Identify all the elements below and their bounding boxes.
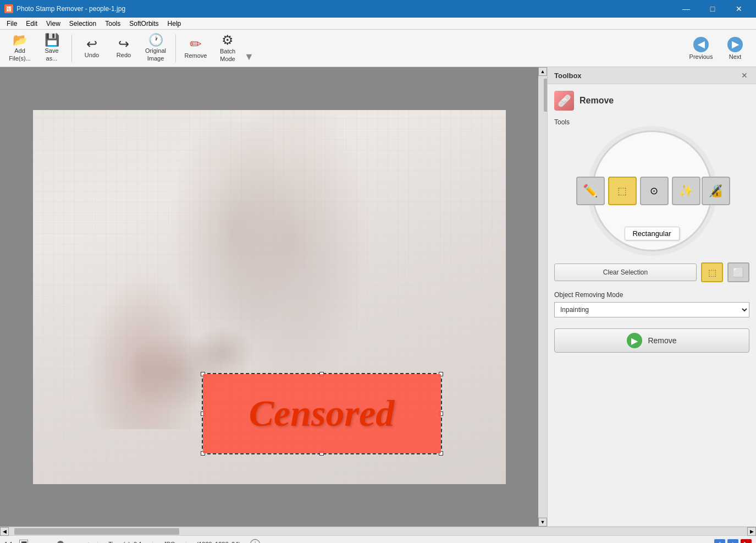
separator-1 (71, 35, 72, 62)
censored-stamp: Censored (203, 374, 441, 453)
go-arrow-icon: ▶ (631, 336, 638, 346)
menu-bar: File Edit View Selection Tools SoftOrbit… (0, 18, 756, 30)
remove-action-icon: ▶ (627, 333, 642, 348)
tools-circle-container: ✏️ ⬚ ⊙ ✨ 🔏 (592, 130, 713, 251)
status-bar: 1:1 ⬛ − + | Time (s): 0.1 | JPG | (1920x… (0, 535, 756, 543)
save-as-button[interactable]: 💾 Saveas... (36, 32, 67, 65)
body-silhouette (143, 121, 308, 396)
horizontal-scrollbar[interactable]: ◀ ▶ (0, 526, 756, 535)
app-icon: 🖼 (4, 4, 13, 13)
rectangular-icon: ⬚ (617, 185, 627, 197)
add-files-icon: 📂 (13, 34, 27, 46)
canvas-content: Censored (0, 67, 538, 526)
maximize-button[interactable]: □ (700, 0, 725, 18)
undo-button[interactable]: ↩ Undo (76, 32, 107, 65)
selection-mode-button-1[interactable]: ⬚ (701, 262, 723, 282)
save-as-label: Saveas... (45, 47, 58, 62)
canvas-image[interactable]: Censored (33, 110, 506, 484)
scroll-up-arrow[interactable]: ▲ (538, 67, 547, 76)
subtract-selection-icon: ⬜ (733, 267, 744, 278)
previous-label: Previous (689, 53, 713, 60)
time-status: Time (s): 0.1 (105, 541, 145, 544)
zoom-plus-icon[interactable]: + (87, 541, 90, 544)
separator-2 (175, 35, 176, 62)
censored-text: Censored (249, 392, 394, 435)
original-image-label: OriginalImage (145, 47, 166, 62)
toolbox-title: Toolbox (554, 72, 582, 80)
save-as-icon: 💾 (45, 34, 59, 46)
menu-tools[interactable]: Tools (101, 19, 125, 29)
toolbox-panel: Toolbox ✕ 🩹 Remove Tools ✏️ (547, 67, 756, 526)
lasso-tool-button[interactable]: ⊙ (640, 177, 669, 205)
remove-label: Remove (185, 52, 207, 59)
remove-toolbar-icon: ✏ (190, 37, 202, 51)
batch-mode-button[interactable]: ⚙ BatchMode (212, 32, 243, 65)
remove-button[interactable]: ✏ Remove (180, 32, 211, 65)
previous-icon: ◀ (693, 37, 709, 52)
remove-section-title: Remove (580, 96, 614, 106)
zoom-value: 1:1 (4, 541, 13, 544)
zoom-fit-button[interactable]: ⬛ (19, 540, 28, 544)
social-icons: f t ▶ (714, 539, 752, 544)
twitter-icon[interactable]: t (727, 539, 738, 544)
toolbar-group-actions: ✏ Remove ⚙ BatchMode ▼ (180, 32, 254, 65)
menu-help[interactable]: Help (163, 19, 186, 29)
toolbar-group-files: 📂 AddFile(s)... 💾 Saveas... (4, 32, 67, 65)
menu-view[interactable]: View (42, 19, 65, 29)
magic-wand-tool-button[interactable]: ✨ (672, 177, 700, 205)
redo-label: Redo (117, 52, 131, 59)
zoom-minus-icon[interactable]: − (35, 541, 38, 544)
toolbox-header: Toolbox ✕ (548, 67, 756, 84)
minimize-button[interactable]: — (674, 0, 699, 18)
stamp-tool-button[interactable]: 🔏 (702, 177, 730, 205)
original-image-button[interactable]: 🕐 OriginalImage (140, 32, 171, 65)
zoom-thumb[interactable] (57, 541, 64, 544)
selection-controls: Clear Selection ⬚ ⬜ (554, 262, 749, 282)
scroll-down-arrow[interactable]: ▼ (538, 518, 547, 526)
inpainting-dropdown[interactable]: Inpainting Content-Aware Fill Blur (554, 302, 749, 317)
canvas-area[interactable]: Censored ▲ ▼ (0, 67, 547, 526)
menu-file[interactable]: File (2, 19, 21, 29)
selection-rectangle[interactable]: Censored (202, 373, 442, 454)
next-label: Next (729, 53, 742, 60)
add-files-button[interactable]: 📂 AddFile(s)... (4, 32, 35, 65)
hscroll-thumb[interactable] (14, 528, 179, 535)
next-button[interactable]: ▶ Next (719, 32, 752, 65)
undo-icon: ↩ (86, 37, 97, 51)
next-icon: ▶ (727, 37, 743, 52)
magic-wand-icon: ✨ (678, 184, 693, 198)
zoom-display: 1:1 (4, 541, 13, 544)
format-status: JPG (160, 541, 178, 544)
hscroll-track[interactable] (9, 527, 747, 535)
selection-mode-button-2[interactable]: ⬜ (727, 262, 749, 282)
previous-button[interactable]: ◀ Previous (685, 32, 718, 65)
toolbox-close-button[interactable]: ✕ (740, 70, 749, 80)
toolbox-body: 🩹 Remove Tools ✏️ ⬚ (548, 84, 756, 526)
menu-softorbits[interactable]: SoftOrbits (125, 19, 163, 29)
remove-action-label: Remove (648, 336, 676, 345)
tools-buttons-row: ✏️ ⬚ ⊙ ✨ 🔏 (576, 177, 728, 205)
toolbar-nav-group: ◀ Previous ▶ Next (685, 32, 752, 65)
redo-button[interactable]: ↪ Redo (108, 32, 139, 65)
scroll-left-arrow[interactable]: ◀ (0, 527, 9, 536)
zoom-slider-container: − + (35, 541, 90, 544)
remove-action-button[interactable]: ▶ Remove (554, 328, 749, 353)
rectangular-tool-button[interactable]: ⬚ (608, 177, 637, 205)
scroll-right-arrow[interactable]: ▶ (747, 527, 756, 536)
menu-selection[interactable]: Selection (65, 19, 101, 29)
undo-label: Undo (85, 52, 99, 59)
window-controls: — □ ✕ (674, 0, 752, 18)
menu-edit[interactable]: Edit (21, 19, 42, 29)
youtube-icon[interactable]: ▶ (741, 539, 752, 544)
close-button[interactable]: ✕ (726, 0, 752, 18)
original-image-icon: 🕐 (148, 34, 163, 46)
vertical-scrollbar[interactable]: ▲ ▼ (538, 67, 547, 526)
window-title: Photo Stamp Remover - people-1.jpg (16, 5, 125, 13)
facebook-icon[interactable]: f (714, 539, 725, 544)
info-button[interactable]: i (250, 539, 260, 544)
title-bar-left: 🖼 Photo Stamp Remover - people-1.jpg (4, 4, 125, 13)
pencil-tool-button[interactable]: ✏️ (576, 177, 605, 205)
clear-selection-button[interactable]: Clear Selection (554, 264, 697, 281)
batch-mode-dropdown-arrow[interactable]: ▼ (244, 51, 254, 63)
scroll-thumb-v[interactable] (544, 79, 547, 112)
